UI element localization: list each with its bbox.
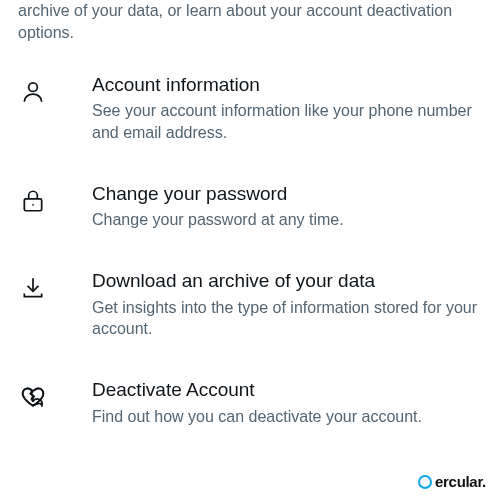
watermark: ercular. bbox=[418, 473, 486, 490]
settings-item-desc: Get insights into the type of informatio… bbox=[92, 297, 482, 340]
svg-point-0 bbox=[29, 83, 38, 92]
lock-icon bbox=[18, 182, 92, 214]
settings-item-download-data[interactable]: Download an archive of your data Get ins… bbox=[0, 249, 500, 358]
settings-item-title: Deactivate Account bbox=[92, 378, 482, 403]
settings-item-desc: Change your password at any time. bbox=[92, 209, 482, 231]
settings-item-text: Download an archive of your data Get ins… bbox=[92, 269, 482, 340]
settings-item-title: Change your password bbox=[92, 182, 482, 207]
settings-item-text: Change your password Change your passwor… bbox=[92, 182, 482, 231]
settings-item-title: Account information bbox=[92, 73, 482, 98]
svg-point-2 bbox=[32, 204, 34, 206]
settings-item-text: Deactivate Account Find out how you can … bbox=[92, 378, 482, 427]
settings-item-change-password[interactable]: Change your password Change your passwor… bbox=[0, 162, 500, 249]
section-description: archive of your data, or learn about you… bbox=[0, 0, 500, 53]
settings-item-title: Download an archive of your data bbox=[92, 269, 482, 294]
download-icon bbox=[18, 269, 92, 301]
watermark-text: ercular. bbox=[435, 473, 486, 490]
settings-item-deactivate[interactable]: Deactivate Account Find out how you can … bbox=[0, 358, 500, 445]
broken-heart-icon bbox=[18, 378, 92, 410]
settings-item-desc: Find out how you can deactivate your acc… bbox=[92, 406, 482, 428]
settings-list: Account information See your account inf… bbox=[0, 53, 500, 445]
settings-item-text: Account information See your account inf… bbox=[92, 73, 482, 144]
person-icon bbox=[18, 73, 92, 105]
settings-item-account-info[interactable]: Account information See your account inf… bbox=[0, 53, 500, 162]
settings-item-desc: See your account information like your p… bbox=[92, 100, 482, 143]
watermark-circle-icon bbox=[418, 475, 432, 489]
